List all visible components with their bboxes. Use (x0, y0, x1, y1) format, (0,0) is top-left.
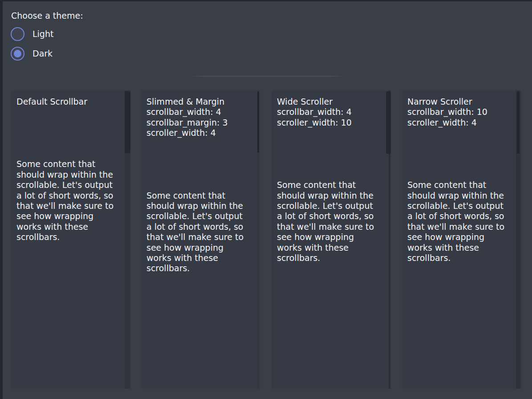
panel-content: Narrow Scroller scrollbar_width: 10 scro… (402, 90, 521, 389)
panel-body-text: Some content that should wrap within the… (16, 159, 120, 242)
theme-chooser-label: Choose a theme: (11, 11, 83, 21)
app-window: Choose a theme: Light Dark Default Scrol… (0, 0, 532, 399)
radio-label-dark[interactable]: Dark (32, 49, 53, 58)
panel-params: scrollbar_width: 4 scroller_width: 10 (277, 107, 380, 128)
scroll-panel-narrow-scroller[interactable]: Narrow Scroller scrollbar_width: 10 scro… (402, 90, 521, 389)
panel-params: scrollbar_width: 10 scroller_width: 4 (407, 107, 511, 128)
radio-dot (14, 50, 21, 57)
panel-body-text: Some content that should wrap within the… (146, 191, 250, 274)
radio-label-light[interactable]: Light (32, 29, 53, 39)
panel-params: scrollbar_width: 4 scrollbar_margin: 3 s… (146, 107, 250, 138)
section-divider (190, 76, 344, 77)
scrollbar-thumb[interactable] (517, 91, 520, 154)
panel-title: Wide Scroller (277, 97, 380, 107)
scroll-panel-wide-scroller[interactable]: Wide Scroller scrollbar_width: 4 scrolle… (272, 90, 391, 389)
panel-title: Slimmed & Margin (146, 97, 250, 107)
scrollbar-thumb[interactable] (257, 91, 259, 153)
panel-title: Narrow Scroller (407, 97, 511, 107)
scroll-panel-default[interactable]: Default Scrollbar Some content that shou… (11, 90, 130, 389)
radio-option-light[interactable]: Light (11, 27, 53, 41)
radio-circle-dark-icon[interactable] (11, 47, 24, 61)
scroll-panel-slimmed-margin[interactable]: Slimmed & Margin scrollbar_width: 4 scro… (141, 90, 260, 389)
scrollbar-thumb[interactable] (386, 91, 391, 154)
panel-body-text: Some content that should wrap within the… (277, 180, 380, 263)
scrollbar-thumb[interactable] (125, 91, 130, 153)
panel-body-text: Some content that should wrap within the… (407, 180, 511, 263)
panel-content: Slimmed & Margin scrollbar_width: 4 scro… (141, 90, 260, 389)
panel-title: Default Scrollbar (16, 97, 120, 107)
window-top-edge (0, 0, 532, 1)
radio-option-dark[interactable]: Dark (11, 46, 53, 61)
panel-content: Wide Scroller scrollbar_width: 4 scrolle… (272, 90, 391, 389)
panel-content: Default Scrollbar Some content that shou… (11, 90, 130, 389)
radio-circle-light-icon[interactable] (11, 27, 24, 41)
window-left-edge (0, 0, 3, 399)
